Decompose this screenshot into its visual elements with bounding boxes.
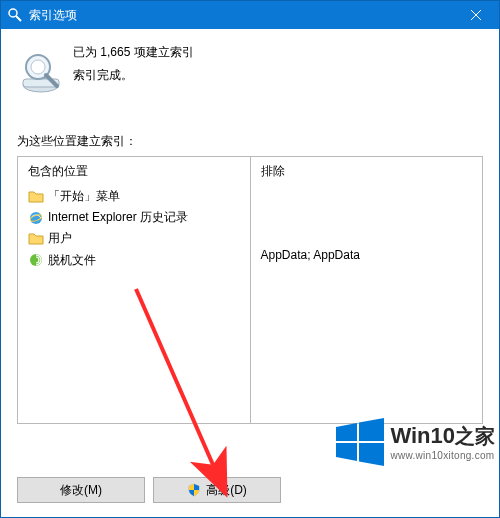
list-item[interactable]: Internet Explorer 历史记录 xyxy=(28,207,240,228)
client-area: 已为 1,665 项建立索引 索引完成。 为这些位置建立索引： 包含的位置 「开… xyxy=(1,29,499,517)
locations-label: 为这些位置建立索引： xyxy=(17,133,483,150)
list-item[interactable]: 用户 xyxy=(28,228,240,249)
excluded-header: 排除 xyxy=(261,163,473,186)
included-header: 包含的位置 xyxy=(28,163,240,186)
uac-shield-icon xyxy=(187,483,201,497)
advanced-button[interactable]: 高级(D) xyxy=(153,477,281,503)
button-row: 修改(M) 高级(D) xyxy=(17,477,281,503)
svg-point-7 xyxy=(31,60,45,74)
included-column: 包含的位置 「开始」菜单 Internet Explorer 历史记录 xyxy=(18,157,251,423)
list-item[interactable]: 脱机文件 xyxy=(28,250,240,271)
button-label: 修改(M) xyxy=(60,482,102,499)
offline-files-icon xyxy=(28,252,44,268)
window-title: 索引选项 xyxy=(29,7,453,24)
locations-panel: 包含的位置 「开始」菜单 Internet Explorer 历史记录 xyxy=(17,156,483,424)
modify-button[interactable]: 修改(M) xyxy=(17,477,145,503)
item-label: Internet Explorer 历史记录 xyxy=(48,208,188,227)
list-item[interactable]: 「开始」菜单 xyxy=(28,186,240,207)
index-complete-text: 索引完成。 xyxy=(73,64,194,87)
svg-line-1 xyxy=(16,16,21,21)
close-button[interactable] xyxy=(453,1,499,29)
item-label: 「开始」菜单 xyxy=(48,187,120,206)
svg-point-0 xyxy=(9,9,17,17)
watermark-brand: Win10之家 xyxy=(390,423,495,450)
ie-icon xyxy=(28,210,44,226)
titlebar[interactable]: 索引选项 xyxy=(1,1,499,29)
item-label: 脱机文件 xyxy=(48,251,96,270)
button-label: 高级(D) xyxy=(206,482,247,499)
svg-point-11 xyxy=(30,254,42,266)
item-label: 用户 xyxy=(48,229,72,248)
magnifier-drive-icon xyxy=(19,49,67,97)
svg-point-9 xyxy=(30,212,42,224)
indexing-icon xyxy=(7,7,23,23)
watermark-url: www.win10xitong.com xyxy=(390,450,495,461)
indexing-options-window: 索引选项 已为 1,665 项建立索引 索引完成。 xyxy=(0,0,500,518)
index-count-text: 已为 1,665 项建立索引 xyxy=(73,41,194,64)
excluded-value: AppData; AppData xyxy=(261,248,473,262)
excluded-column: 排除 AppData; AppData xyxy=(251,157,483,423)
folder-icon xyxy=(28,231,44,247)
status-area: 已为 1,665 项建立索引 索引完成。 xyxy=(17,37,483,97)
folder-icon xyxy=(28,189,44,205)
